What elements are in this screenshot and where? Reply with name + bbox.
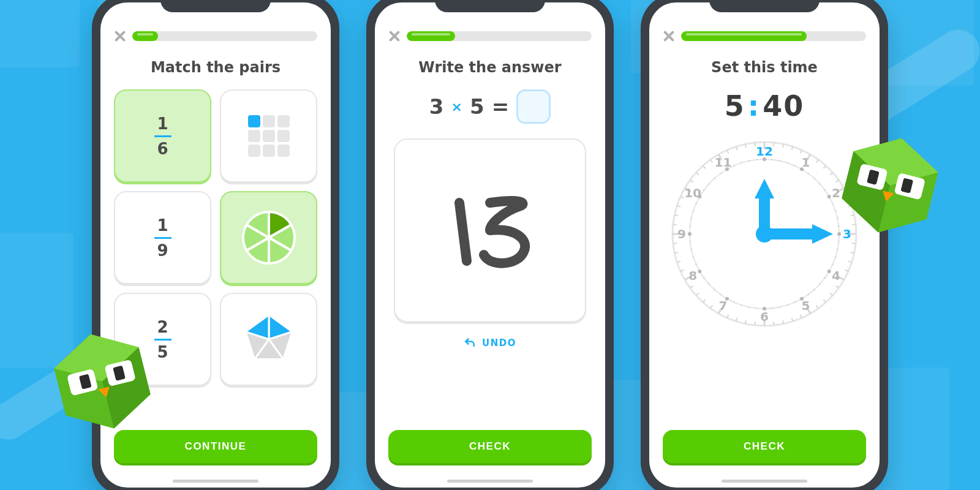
fraction: 1 6: [154, 115, 172, 158]
pentagon-fifths-icon: [238, 309, 300, 370]
tile-fraction-1-6[interactable]: 1 6: [114, 89, 211, 183]
operator: ×: [451, 99, 462, 115]
svg-point-45: [824, 277, 826, 279]
svg-line-36: [851, 252, 854, 253]
svg-point-19: [819, 183, 821, 185]
svg-point-37: [837, 249, 839, 251]
svg-point-107: [708, 183, 710, 185]
phone-notch: [435, 0, 545, 12]
undo-icon: [464, 337, 476, 349]
fraction: 2 5: [154, 318, 172, 361]
svg-line-88: [674, 252, 678, 253]
svg-line-120: [755, 143, 755, 146]
svg-point-99: [692, 210, 694, 212]
close-icon[interactable]: [388, 31, 399, 42]
numerator: 1: [157, 216, 168, 235]
svg-point-49: [813, 288, 815, 290]
check-button[interactable]: CHECK: [663, 430, 866, 463]
svg-point-67: [748, 306, 750, 308]
grid-3x3-icon: [248, 115, 290, 157]
svg-point-109: [714, 178, 715, 179]
top-bar: [663, 31, 866, 42]
svg-point-77: [714, 288, 715, 290]
svg-line-58: [783, 320, 783, 324]
svg-point-59: [779, 306, 781, 308]
operand-b: 5: [470, 94, 484, 119]
svg-point-81: [703, 277, 705, 279]
close-icon[interactable]: [114, 31, 125, 42]
handwriting-pad[interactable]: [394, 138, 586, 322]
time-separator: :: [748, 89, 760, 123]
svg-point-43: [827, 270, 831, 273]
svg-line-4: [774, 143, 774, 146]
svg-point-93: [688, 232, 692, 236]
svg-text:12: 12: [756, 144, 773, 159]
svg-text:9: 9: [677, 227, 686, 241]
progress-bar: [407, 31, 592, 41]
prompt-text: Set this time: [663, 59, 866, 76]
svg-line-96: [674, 215, 678, 216]
continue-button[interactable]: CONTINUE: [114, 430, 317, 463]
svg-line-64: [755, 322, 755, 325]
time-hour: 5: [725, 89, 745, 123]
phone-write-answer: Write the answer 3 × 5 = UNDO CHECK: [366, 0, 614, 490]
svg-text:8: 8: [688, 268, 697, 283]
svg-point-57: [786, 304, 788, 306]
svg-point-7: [779, 160, 781, 162]
tile-pie-sixths[interactable]: [220, 191, 317, 284]
svg-point-87: [692, 256, 694, 258]
phone-notch: [160, 0, 271, 12]
svg-point-105: [703, 189, 705, 191]
svg-point-91: [689, 241, 691, 243]
svg-point-17: [813, 178, 815, 179]
fraction-bar: [154, 339, 172, 341]
svg-text:7: 7: [719, 298, 728, 313]
progress-fill: [681, 31, 807, 41]
svg-text:5: 5: [802, 298, 810, 313]
fraction: 1 9: [154, 216, 172, 260]
svg-point-117: [741, 162, 742, 164]
tile-fraction-1-9[interactable]: 1 9: [114, 191, 211, 284]
tile-grid-3x3[interactable]: [220, 89, 317, 183]
svg-text:1: 1: [802, 155, 810, 170]
progress-fill: [132, 31, 158, 41]
operand-a: 3: [429, 94, 444, 119]
progress-fill: [407, 31, 455, 41]
svg-point-121: [756, 159, 758, 160]
tile-pentagon-fifths[interactable]: [220, 293, 317, 386]
denominator: 5: [157, 343, 168, 361]
top-bar: [388, 31, 592, 42]
answer-box[interactable]: [516, 89, 551, 124]
close-icon[interactable]: [663, 31, 674, 42]
bg-tile: [0, 0, 80, 67]
fraction-bar: [154, 237, 172, 239]
check-button[interactable]: CHECK: [388, 430, 592, 463]
svg-point-111: [720, 173, 722, 175]
clock-face-icon: 121234567891011: [666, 136, 862, 332]
svg-point-33: [837, 232, 841, 236]
undo-button[interactable]: UNDO: [388, 337, 592, 349]
numerator: 1: [157, 115, 168, 133]
equation-row: 3 × 5 =: [388, 89, 592, 124]
progress-bar: [132, 31, 317, 41]
svg-line-6: [783, 144, 783, 148]
svg-line-90: [673, 243, 677, 244]
time-display: 5:40: [663, 89, 866, 123]
equals-sign: =: [492, 94, 510, 119]
svg-point-115: [733, 165, 735, 167]
svg-text:11: 11: [715, 155, 732, 170]
phone-notch: [709, 0, 820, 12]
svg-point-47: [819, 283, 821, 285]
svg-point-89: [690, 249, 692, 251]
svg-point-85: [695, 263, 697, 265]
svg-point-97: [690, 217, 692, 219]
home-indicator: [447, 480, 533, 483]
pie-sixths-icon: [238, 207, 300, 268]
svg-text:4: 4: [832, 268, 840, 283]
svg-line-34: [852, 243, 856, 244]
svg-point-83: [698, 270, 701, 273]
svg-line-60: [774, 322, 774, 325]
svg-point-35: [838, 241, 840, 243]
svg-point-51: [807, 293, 809, 295]
svg-point-11: [794, 165, 796, 167]
